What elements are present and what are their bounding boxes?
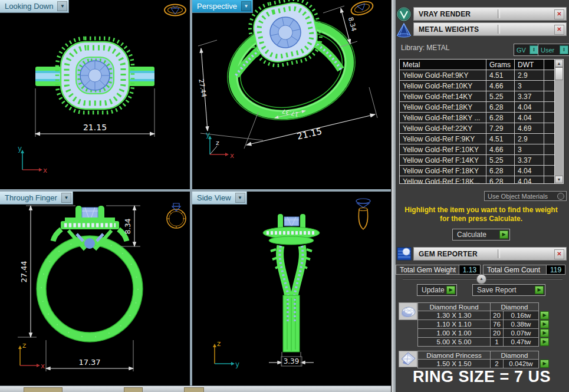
panel-scrollbar[interactable] bbox=[392, 0, 396, 392]
gem-row-arrow-button[interactable]: ▶ bbox=[540, 360, 549, 368]
ring-orientation-icon bbox=[356, 199, 370, 229]
metal-table-row[interactable]: Yellow Gold-Ref:9KY4.512.9 bbox=[400, 70, 563, 81]
scroll-down-icon[interactable]: ▼ bbox=[555, 176, 563, 183]
total-gem-weight-label: Total Gem Weight bbox=[396, 265, 459, 275]
update-label: Update bbox=[422, 286, 445, 294]
viewport-tab-label: Side View bbox=[197, 193, 235, 202]
gem-reporter-close-button[interactable]: ✕ bbox=[554, 249, 564, 259]
viewport-tab-through-finger[interactable]: Through Finger ▼ bbox=[0, 192, 73, 205]
gem-weight: 0.38tw bbox=[503, 319, 539, 329]
gem-weight: 0.16tw bbox=[503, 311, 539, 320]
svg-text:y: y bbox=[18, 144, 22, 153]
gem-count: 1 bbox=[490, 337, 504, 347]
side-panel: VRAY RENDER ✕ METAL WEIGHTS ✕ Library: M… bbox=[391, 0, 569, 392]
metal-table-row[interactable]: Yellow Gold-Ref F:10KY4.663 bbox=[400, 144, 563, 155]
use-object-materials-toggle[interactable]: Use Object Materials bbox=[484, 191, 567, 201]
gem-row-arrow-button[interactable]: ▶ bbox=[540, 338, 549, 346]
vray-render-header[interactable]: VRAY RENDER ✕ bbox=[413, 7, 567, 21]
gem-count: 20 bbox=[490, 311, 504, 320]
svg-text:3.39: 3.39 bbox=[284, 357, 300, 365]
col-dwt: DWT bbox=[514, 60, 544, 70]
gem-reporter-header[interactable]: GEM REPORTER ✕ bbox=[413, 247, 567, 261]
scroll-up-icon[interactable]: ▲ bbox=[555, 60, 563, 67]
user-toggle-button[interactable]: User I bbox=[538, 44, 569, 56]
user-label: User bbox=[541, 47, 554, 54]
col-grams: Grams bbox=[486, 60, 514, 70]
metal-table-row[interactable]: Yellow Gold-Ref F:9KY4.512.9 bbox=[400, 134, 563, 144]
metal-table-row[interactable]: Yellow Gold-Ref:18KY6.284.04 bbox=[400, 102, 563, 113]
viewport-side-view[interactable]: 3.39 z y Side View ▼ bbox=[192, 192, 391, 386]
metal-table-row[interactable]: Yellow Gold-Ref:22KY7.294.69 bbox=[400, 123, 563, 134]
metal-weights-title: METAL WEIGHTS bbox=[414, 25, 479, 34]
metal-weights-icon bbox=[396, 22, 412, 38]
ring-side-profile bbox=[263, 214, 320, 352]
viewport-tab-label: Perspective bbox=[197, 2, 241, 11]
calculate-button[interactable]: Calculate ▶ bbox=[452, 229, 510, 241]
update-button[interactable]: Update ▶ bbox=[417, 284, 457, 296]
gem-group-material: Diamond bbox=[490, 302, 539, 311]
viewport-tab-side-view[interactable]: Side View ▼ bbox=[192, 192, 247, 205]
viewport-through-finger[interactable]: 27.44 8.34 17.37 z bbox=[0, 192, 190, 386]
axis-icon: y z x bbox=[206, 130, 234, 160]
gv-toggle-button[interactable]: GV I bbox=[514, 44, 540, 56]
total-gem-weight-value: 1.13 bbox=[459, 265, 481, 275]
svg-text:z: z bbox=[216, 139, 219, 147]
svg-text:x: x bbox=[41, 362, 45, 370]
total-gem-count-label: Total Gem Count bbox=[483, 265, 547, 275]
collapse-button[interactable]: ▲ bbox=[476, 274, 486, 284]
gem-row-arrow-button[interactable]: ▶ bbox=[540, 320, 549, 328]
viewport-looking-down[interactable]: 21.15 y x Looking Down ▼ bbox=[0, 0, 190, 189]
jewelry-cad-window: 21.15 y x Looking Down ▼ bbox=[0, 0, 569, 392]
gem-group-material: Diamond bbox=[490, 351, 539, 360]
save-report-label: Save Report bbox=[477, 286, 517, 294]
save-report-button[interactable]: Save Report ▶ bbox=[472, 284, 545, 296]
gem-reporter-icon bbox=[396, 246, 412, 262]
viewport-dropdown-icon[interactable]: ▼ bbox=[61, 193, 71, 203]
gv-label: GV bbox=[517, 47, 526, 54]
gem-weight: 0.07tw bbox=[503, 328, 539, 338]
vray-close-button[interactable]: ✕ bbox=[554, 9, 564, 19]
metal-table-row[interactable]: Yellow Gold-Ref F:14KY5.253.37 bbox=[400, 155, 563, 166]
viewport-perspective[interactable]: 8.34 27.44 21.15 17.37 bbox=[192, 0, 391, 189]
metal-weights-header[interactable]: METAL WEIGHTS ✕ bbox=[413, 22, 567, 36]
axis-icon: z x bbox=[18, 341, 45, 370]
play-arrow-icon: ▶ bbox=[446, 286, 455, 294]
svg-text:x: x bbox=[43, 166, 47, 174]
metal-table-row[interactable]: Yellow Gold-Ref F:18KY6.284.04 bbox=[400, 166, 563, 176]
play-arrow-icon: ▶ bbox=[499, 230, 508, 239]
metal-table-scrollbar[interactable]: ▲ ▼ bbox=[554, 60, 563, 183]
metal-table-row[interactable]: Yellow Gold-Ref:10KY4.663 bbox=[400, 81, 563, 91]
calculate-hint: Highlight the item you want to find the … bbox=[396, 206, 567, 223]
user-toggle-indicator: I bbox=[560, 45, 568, 54]
ring-head-perspective bbox=[245, 0, 325, 70]
metal-weights-close-button[interactable]: ✕ bbox=[554, 25, 564, 35]
radio-icon[interactable] bbox=[557, 193, 564, 200]
viewport-tab-perspective[interactable]: Perspective ▼ bbox=[192, 0, 253, 13]
metal-table-row[interactable]: Yellow Gold-Ref:14KY5.253.37 bbox=[400, 91, 563, 102]
ring-orientation-icon bbox=[350, 0, 374, 17]
viewport-dropdown-icon[interactable]: ▼ bbox=[235, 193, 245, 203]
metal-table-row[interactable]: Yellow Gold-Ref:18KY ...6.284.04 bbox=[400, 113, 563, 123]
viewport-tab-label: Through Finger bbox=[5, 193, 61, 202]
gem-reporter-title: GEM REPORTER bbox=[414, 250, 478, 258]
viewport-dropdown-icon[interactable]: ▼ bbox=[241, 1, 251, 11]
gem-row-arrow-button[interactable]: ▶ bbox=[540, 311, 549, 319]
scroll-thumb[interactable] bbox=[555, 67, 563, 80]
use-object-materials-label: Use Object Materials bbox=[488, 193, 548, 200]
viewport-dropdown-icon[interactable]: ▼ bbox=[57, 1, 67, 11]
gem-weight: 0.47tw bbox=[503, 337, 539, 347]
gem-row-arrow-button[interactable]: ▶ bbox=[540, 329, 549, 337]
through-finger-canvas: 27.44 8.34 17.37 z bbox=[0, 192, 190, 386]
viewport-grid: 21.15 y x Looking Down ▼ bbox=[0, 0, 391, 386]
gem-group-name: Diamond Round bbox=[417, 302, 491, 311]
svg-text:27.44: 27.44 bbox=[19, 261, 28, 282]
metal-table-row[interactable]: Yellow Gold-Ref F:18K...6.284.04 bbox=[400, 176, 563, 184]
axis-icon: z y bbox=[213, 340, 239, 368]
header-groove bbox=[498, 249, 500, 258]
gem-size: 1.00 X 1.00 bbox=[417, 328, 491, 338]
status-bar-chip bbox=[184, 387, 204, 392]
viewport-tab-looking-down[interactable]: Looking Down ▼ bbox=[0, 0, 69, 13]
svg-text:z: z bbox=[22, 341, 26, 350]
metal-weights-table: Metal Grams DWT Yellow Gold-Ref:9KY4.512… bbox=[399, 59, 564, 184]
metal-table-header: Metal Grams DWT bbox=[400, 60, 563, 70]
